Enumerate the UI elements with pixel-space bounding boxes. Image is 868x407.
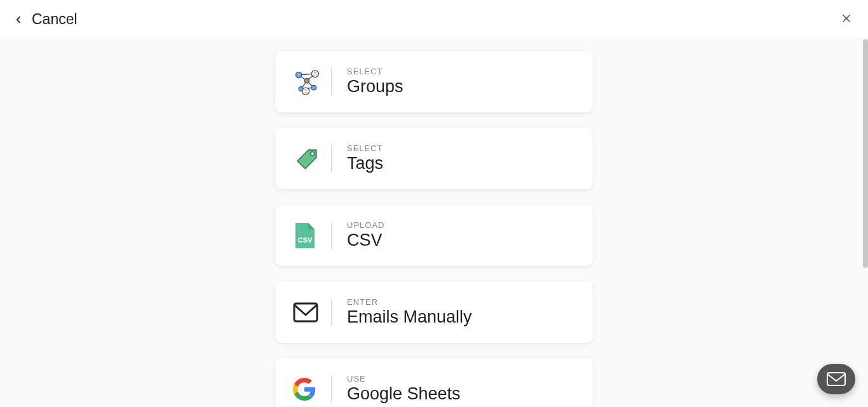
- svg-point-13: [311, 85, 316, 90]
- header-left-group: Cancel: [13, 11, 78, 28]
- envelope-icon: [293, 302, 331, 323]
- option-action-label: SELECT: [347, 143, 383, 153]
- option-title-label: Google Sheets: [347, 385, 461, 404]
- option-text: UPLOAD CSV: [347, 220, 384, 250]
- option-text: SELECT Groups: [347, 67, 403, 97]
- cancel-button[interactable]: Cancel: [32, 11, 78, 28]
- option-tags[interactable]: SELECT Tags: [275, 128, 593, 189]
- option-title-label: Groups: [347, 77, 403, 97]
- option-text: SELECT Tags: [347, 143, 383, 173]
- tag-icon: [293, 145, 331, 172]
- svg-point-15: [304, 88, 307, 91]
- svg-text:CSV: CSV: [298, 236, 313, 244]
- option-text: ENTER Emails Manually: [347, 297, 472, 327]
- option-action-label: USE: [347, 374, 461, 384]
- csv-file-icon: CSV: [293, 222, 331, 250]
- divider: [331, 145, 332, 173]
- divider: [331, 68, 332, 96]
- scrollbar[interactable]: [863, 39, 868, 407]
- option-csv[interactable]: CSV UPLOAD CSV: [275, 204, 593, 266]
- divider: [331, 222, 332, 250]
- svg-rect-19: [827, 373, 845, 385]
- option-action-label: SELECT: [347, 67, 403, 76]
- content-area: SELECT Groups SELECT Tags: [0, 39, 868, 407]
- option-text: USE Google Sheets: [347, 374, 461, 404]
- option-groups[interactable]: SELECT Groups: [275, 51, 593, 112]
- svg-point-16: [311, 152, 315, 156]
- svg-rect-18: [294, 304, 317, 321]
- divider: [331, 375, 332, 403]
- google-icon: [293, 378, 331, 401]
- options-list: SELECT Groups SELECT Tags: [275, 51, 593, 407]
- svg-point-10: [314, 71, 316, 74]
- modal-header: Cancel: [0, 0, 868, 39]
- option-emails-manually[interactable]: ENTER Emails Manually: [275, 281, 593, 343]
- svg-point-8: [296, 72, 302, 77]
- mail-icon: [827, 372, 846, 386]
- divider: [331, 298, 332, 326]
- back-chevron-icon[interactable]: [13, 14, 24, 25]
- option-title-label: Emails Manually: [347, 308, 472, 327]
- help-widget-button[interactable]: [817, 364, 855, 394]
- option-action-label: UPLOAD: [347, 220, 384, 230]
- option-action-label: ENTER: [347, 297, 472, 307]
- option-title-label: CSV: [347, 231, 384, 250]
- network-icon: [293, 68, 331, 96]
- scrollbar-thumb[interactable]: [863, 39, 868, 268]
- svg-point-11: [304, 78, 309, 83]
- option-title-label: Tags: [347, 154, 383, 173]
- option-google-sheets[interactable]: USE Google Sheets: [275, 358, 593, 407]
- close-button[interactable]: [837, 10, 855, 30]
